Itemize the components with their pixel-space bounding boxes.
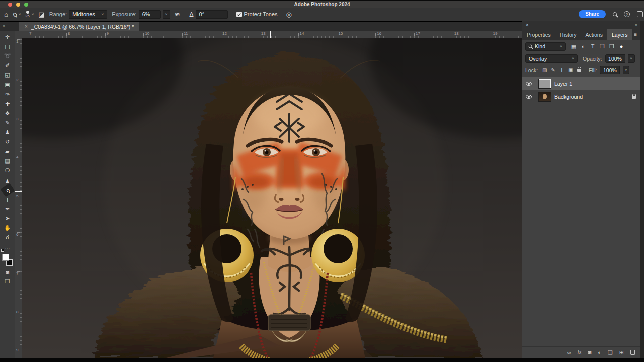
angle-input[interactable]: 0° — [196, 10, 228, 19]
zoom-tool[interactable]: ☌ — [2, 233, 13, 242]
ruler-number: 12 — [222, 31, 227, 36]
ruler-number: 5 — [16, 194, 18, 198]
pressure-smoothing-icon[interactable]: ◎ — [286, 11, 292, 18]
document-canvas[interactable] — [22, 38, 522, 358]
lock-all-icon[interactable] — [577, 69, 581, 72]
tab-properties[interactable]: Properties — [522, 29, 555, 40]
ruler-left[interactable]: 123456789 — [15, 38, 22, 358]
layer-filter-row: Kind ˅ ▦◐T❒❐● — [522, 40, 640, 53]
gradient-tool[interactable]: ▤ — [2, 156, 13, 166]
close-panel-icon[interactable]: × — [526, 22, 529, 28]
brush-size-picker[interactable]: 25 ˅ — [25, 11, 34, 18]
tool-preset-picker[interactable]: ϙ ˅ — [13, 11, 21, 18]
panel-tabs: PropertiesHistoryActionsLayers≡ — [522, 29, 640, 40]
pen-tool[interactable]: ✒ — [2, 204, 13, 214]
share-button[interactable]: Share — [579, 10, 606, 18]
path-selection-tool[interactable]: ➤ — [2, 214, 13, 223]
history-brush-tool[interactable]: ↺ — [2, 137, 13, 147]
brush-tool[interactable]: ✎ — [2, 118, 13, 128]
close-tab-icon[interactable]: × — [25, 24, 28, 29]
filter-toggle-icon[interactable]: ● — [617, 43, 625, 50]
quick-selection-tool[interactable]: ✐ — [2, 61, 13, 70]
default-colors-icon[interactable] — [1, 249, 4, 252]
layer-visibility-icon[interactable] — [526, 82, 532, 86]
ruler-corner[interactable] — [15, 31, 22, 38]
ruler-number: 15 — [338, 31, 343, 36]
layers-panel: × « PropertiesHistoryActionsLayers≡ Kind… — [522, 21, 640, 358]
hand-tool[interactable]: ✋ — [2, 223, 13, 233]
eyedropper-tool[interactable]: ✑ — [2, 89, 13, 99]
ruler-number: 16 — [377, 31, 381, 36]
search-icon[interactable] — [613, 12, 617, 16]
eraser-tool[interactable]: ▰ — [2, 147, 13, 156]
move-tool[interactable]: ✛ — [2, 32, 13, 42]
quick-mask-icon[interactable]: ◙ — [6, 269, 9, 275]
shape-layer-filter-icon[interactable]: ❒ — [598, 43, 606, 50]
foreground-color-swatch[interactable] — [2, 254, 9, 261]
spot-healing-brush-tool[interactable]: ✚ — [2, 99, 13, 109]
patch-tool[interactable]: ❖ — [2, 109, 13, 118]
adjustment-layer-filter-icon[interactable]: ◐ — [579, 43, 587, 50]
link-layers-icon[interactable]: ∞ — [567, 350, 571, 355]
layer-row[interactable]: Background — [522, 90, 640, 103]
lock-transparent-pixels-icon[interactable]: ▨ — [541, 67, 548, 73]
protect-tones-checkbox[interactable] — [236, 12, 242, 17]
new-layer-icon[interactable]: ⊞ — [619, 350, 624, 355]
tab-actions[interactable]: Actions — [581, 29, 607, 40]
options-bar: ⌂ ϙ ˅ 25 ˅ ◪ Range: Midtones ˅ Exposure:… — [0, 8, 644, 21]
help-icon[interactable]: ? — [624, 11, 630, 17]
tab-history[interactable]: History — [555, 29, 581, 40]
fill-dropdown[interactable]: ˅ — [623, 66, 629, 74]
home-icon[interactable]: ⌂ — [4, 11, 8, 18]
exposure-label: Exposure: — [112, 11, 137, 17]
marquee-tool[interactable]: ▢ — [2, 42, 13, 51]
group-layers-icon[interactable]: ❏ — [608, 350, 613, 355]
blend-mode-select[interactable]: Overlay ˅ — [525, 54, 578, 63]
blur-tool[interactable]: ❍ — [2, 166, 13, 175]
smart-object-filter-icon[interactable]: ❐ — [608, 43, 616, 50]
color-swatches[interactable] — [2, 254, 13, 266]
tab-overflow-chevron[interactable]: » — [3, 23, 5, 28]
workspace-icon[interactable] — [637, 11, 643, 17]
ruler-number: 11 — [184, 31, 188, 36]
layer-thumbnail[interactable] — [539, 79, 551, 88]
type-layer-filter-icon[interactable]: T — [589, 43, 597, 50]
ruler-number: 2 — [16, 78, 18, 82]
range-select[interactable]: Midtones ˅ — [69, 10, 107, 19]
lock-all-icon[interactable] — [575, 67, 583, 73]
lasso-tool[interactable]: ➰ — [2, 51, 13, 61]
layer-mask-icon[interactable]: ◙ — [588, 350, 592, 355]
opacity-dropdown[interactable]: ˅ — [628, 54, 635, 63]
layer-row[interactable]: Layer 1 — [522, 77, 640, 90]
protect-tones-toggle[interactable]: Protect Tones — [236, 11, 278, 17]
layer-thumbnail[interactable] — [539, 92, 551, 101]
tab-layers[interactable]: Layers — [607, 29, 632, 40]
adjustment-layer-icon[interactable]: ◐ — [598, 350, 601, 355]
collapse-panel-icon[interactable]: « — [635, 22, 637, 27]
pixel-layer-filter-icon[interactable]: ▦ — [570, 43, 578, 50]
toggle-brush-panel-icon[interactable]: ◪ — [38, 11, 44, 18]
delete-layer-icon[interactable] — [630, 350, 635, 355]
exposure-dropdown[interactable]: ˅ — [163, 10, 170, 19]
lock-artboard-icon[interactable]: ▣ — [567, 67, 574, 73]
lock-position-icon[interactable]: ✛ — [558, 67, 566, 73]
clone-stamp-tool[interactable]: ♟ — [2, 128, 13, 137]
kind-filter-select[interactable]: Kind ˅ — [525, 42, 566, 51]
document-tab[interactable]: × _C0A8349-1 @ 66.7% (Layer 1, RGB/16*) … — [19, 22, 139, 31]
chevron-down-icon: ˅ — [101, 12, 104, 17]
ruler-top[interactable]: 78910111213141516171819 — [22, 31, 522, 38]
layer-effects-icon[interactable]: fx — [578, 350, 582, 355]
lock-image-pixels-icon[interactable]: ✎ — [549, 67, 557, 73]
layer-visibility-icon[interactable] — [526, 95, 532, 99]
exposure-input[interactable]: 6% — [139, 10, 161, 19]
ruler-number: 8 — [16, 310, 18, 314]
fill-input[interactable]: 100% — [600, 66, 620, 74]
type-tool[interactable]: T — [2, 195, 13, 204]
panel-menu-icon[interactable]: ≡ — [634, 32, 640, 37]
opacity-input[interactable]: 100% — [605, 54, 625, 63]
frame-tool[interactable]: ▣ — [2, 80, 13, 89]
crop-tool[interactable]: ◱ — [2, 70, 13, 80]
screen-mode-icon[interactable]: ❐ — [5, 278, 10, 285]
ruler-number: 9 — [107, 31, 109, 36]
airbrush-icon[interactable]: ≋ — [175, 11, 180, 18]
